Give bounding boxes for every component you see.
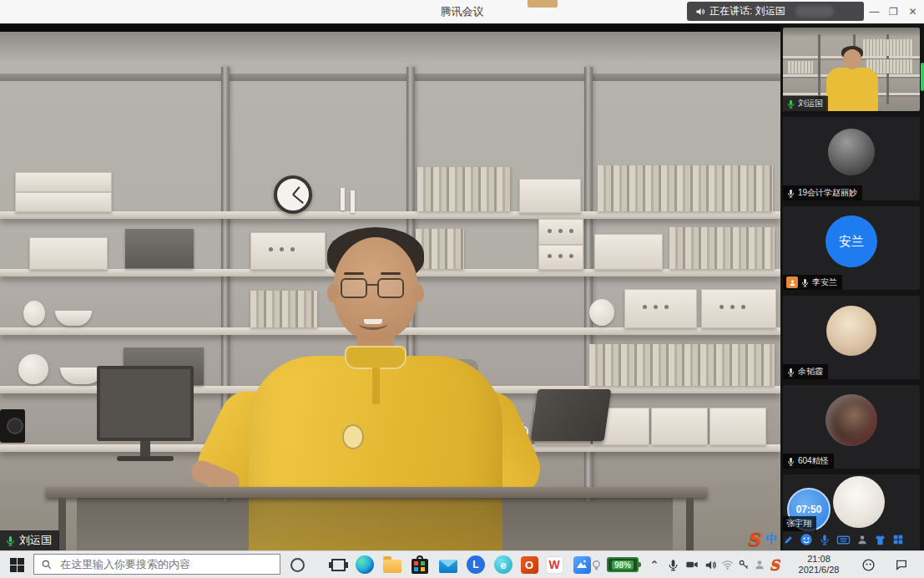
participant-avatar bbox=[833, 476, 885, 528]
shelf-board bbox=[0, 211, 780, 219]
participant-avatar-initials: 安兰 bbox=[826, 215, 877, 267]
person-ear bbox=[412, 284, 424, 302]
windows-logo-icon bbox=[10, 558, 24, 572]
minimize-button[interactable]: — bbox=[865, 0, 884, 23]
cortana-button[interactable] bbox=[287, 555, 307, 575]
participant-tile[interactable]: 19会计学赵丽妙 bbox=[783, 117, 920, 200]
edge-icon bbox=[356, 555, 374, 574]
taskbar-search[interactable] bbox=[33, 554, 280, 575]
storage-box-dark bbox=[125, 229, 194, 268]
taskbar-app-lenovo[interactable]: L bbox=[466, 555, 486, 575]
storage-box bbox=[519, 179, 581, 213]
task-view-icon bbox=[331, 559, 346, 571]
notification-bubble-icon bbox=[895, 558, 908, 571]
participant-name: 604精怪 bbox=[798, 455, 829, 467]
office-icon: O bbox=[521, 556, 538, 574]
mic-on-icon bbox=[5, 535, 16, 546]
ghost-face-icon bbox=[861, 558, 876, 572]
task-view-button[interactable] bbox=[328, 555, 348, 575]
candle bbox=[341, 188, 345, 210]
start-button[interactable] bbox=[7, 555, 27, 575]
participant-tile[interactable]: 604精怪 bbox=[783, 385, 920, 469]
desk-leg bbox=[686, 498, 694, 551]
action-center-button[interactable] bbox=[891, 555, 911, 575]
taskbar-app-file-explorer[interactable] bbox=[382, 555, 402, 575]
participant-tile[interactable]: 余韬霞 bbox=[783, 296, 920, 379]
speaker-icon bbox=[695, 7, 705, 17]
tray-sogou[interactable]: S bbox=[765, 555, 785, 575]
taskbar-app-office[interactable]: O bbox=[519, 555, 539, 575]
avatar-initials-text: 安兰 bbox=[839, 234, 864, 250]
main-video-feed[interactable]: 刘运国 bbox=[0, 23, 780, 551]
window-title: 腾讯会议 bbox=[441, 4, 484, 19]
sogou-logo-icon[interactable]: S bbox=[747, 530, 760, 549]
desk-shadow bbox=[77, 498, 673, 551]
clock-date: 2021/6/28 bbox=[799, 565, 840, 575]
file-box-holes bbox=[548, 229, 573, 233]
battery-percent: 98% bbox=[612, 560, 634, 570]
tray-expand-button[interactable]: ⌃ bbox=[644, 555, 664, 575]
toolbox-grid-icon[interactable] bbox=[892, 534, 904, 545]
window-controls: — ❐ ✕ bbox=[865, 0, 922, 23]
taskbar-app-wps[interactable]: W bbox=[544, 555, 564, 575]
participant-tile-video[interactable]: 刘运国 bbox=[783, 28, 920, 111]
sidebar-scrollbar[interactable] bbox=[921, 63, 924, 91]
main-video-name: 刘运国 bbox=[19, 533, 52, 548]
tray-microphone[interactable] bbox=[663, 555, 683, 575]
keyboard-icon[interactable] bbox=[836, 533, 851, 547]
wall-clock bbox=[274, 175, 312, 214]
taskbar-app-mail[interactable] bbox=[438, 555, 458, 575]
window-titlebar: 腾讯会议 正在讲话: 刘运国 — ❐ ✕ bbox=[0, 0, 924, 24]
microsoft-store-icon bbox=[412, 559, 428, 574]
handwriting-icon[interactable] bbox=[783, 535, 794, 545]
close-button[interactable]: ✕ bbox=[903, 0, 922, 23]
participant-name: 19会计学赵丽妙 bbox=[798, 187, 857, 199]
vase bbox=[23, 301, 45, 326]
wps-icon: W bbox=[546, 556, 563, 574]
maximize-button[interactable]: ❐ bbox=[884, 0, 903, 23]
browser-icon: e bbox=[494, 555, 512, 574]
search-input[interactable] bbox=[58, 557, 273, 571]
taskbar-app-edge[interactable] bbox=[355, 555, 375, 575]
file-box-holes bbox=[720, 305, 745, 309]
person-smile bbox=[359, 317, 387, 330]
ime-mode-chinese[interactable]: 中 bbox=[765, 532, 777, 547]
battery-indicator[interactable]: 98% bbox=[607, 557, 639, 572]
skin-tshirt-icon[interactable] bbox=[874, 534, 886, 546]
notification-sliver bbox=[528, 0, 558, 8]
participant-avatar bbox=[826, 394, 877, 446]
speaking-indicator-badge: 正在讲话: 刘运国 bbox=[687, 2, 864, 21]
file-explorer-icon bbox=[383, 560, 401, 573]
storage-box bbox=[15, 172, 112, 192]
polo-collar bbox=[345, 346, 406, 369]
mic-on-icon bbox=[786, 99, 795, 109]
participant-tile[interactable]: 安兰 李安兰 bbox=[783, 206, 920, 290]
candle bbox=[351, 190, 355, 213]
ime-ghost-button[interactable] bbox=[858, 555, 878, 575]
speaker-icon bbox=[704, 559, 717, 571]
taskbar-clock[interactable]: 21:08 2021/6/28 bbox=[789, 553, 849, 576]
tray-camera[interactable] bbox=[682, 555, 702, 575]
voice-input-icon[interactable] bbox=[819, 534, 831, 545]
mic-muted-icon bbox=[786, 457, 795, 466]
participant-nametag: 604精怪 bbox=[783, 454, 834, 469]
desk-leg bbox=[58, 498, 66, 551]
participant-nametag: 余韬霞 bbox=[783, 364, 828, 379]
bulb-icon bbox=[590, 559, 603, 571]
clock-avatar-time: 07:50 bbox=[796, 504, 822, 515]
lightbulb-tray-icon[interactable] bbox=[588, 555, 603, 575]
participant-avatar bbox=[826, 306, 876, 356]
mic-muted-icon bbox=[786, 368, 795, 377]
account-icon[interactable] bbox=[856, 534, 868, 545]
vase bbox=[18, 354, 48, 384]
bowl bbox=[55, 311, 92, 326]
participant-name: 余韬霞 bbox=[798, 366, 823, 378]
ime-toolbar: S 中 bbox=[744, 529, 922, 550]
taskbar-app-browser[interactable]: e bbox=[493, 555, 513, 575]
emoji-icon[interactable] bbox=[800, 533, 813, 546]
person-eyebrow bbox=[344, 272, 364, 275]
book-row bbox=[598, 165, 773, 211]
mic-muted-icon bbox=[786, 189, 795, 198]
lenovo-app-icon: L bbox=[467, 555, 485, 574]
taskbar-app-store[interactable] bbox=[410, 555, 430, 575]
